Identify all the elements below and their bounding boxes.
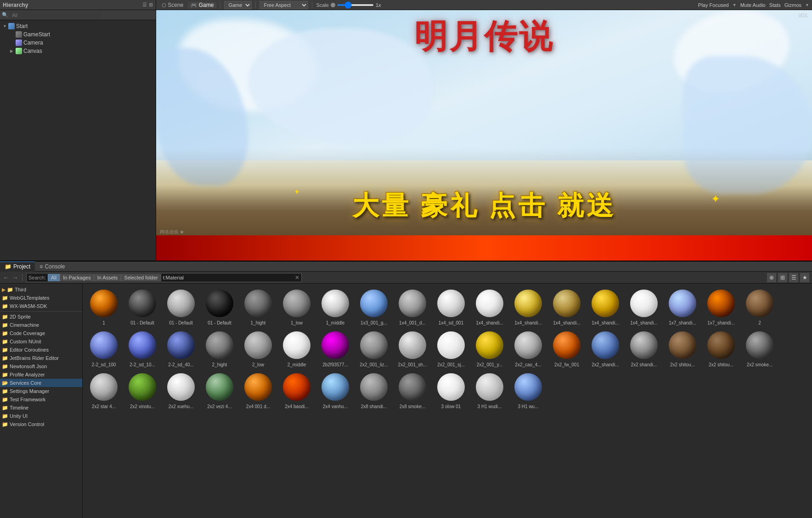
asset-item-38[interactable]: 2x2 xuehu... (163, 370, 199, 410)
sidebar-item-codecoverage[interactable]: 📁 Code Coverage (0, 329, 82, 337)
columns-btn[interactable]: ⊞ (778, 273, 787, 282)
asset-item-14[interactable]: 1x4_shandi... (626, 286, 662, 326)
folder-icon: 📁 (2, 413, 8, 419)
asset-item-13[interactable]: 1x4_shandi... (587, 286, 624, 326)
sidebar-item-2dsprite[interactable]: 📁 2D Sprite (0, 313, 82, 321)
tab-console[interactable]: ≡ Console (35, 262, 69, 272)
play-focused-btn[interactable]: Play Focused (698, 2, 729, 8)
play-focused-dropdown[interactable]: ▼ (733, 3, 737, 7)
asset-item-24[interactable]: 2b2f93577... (317, 328, 354, 368)
asset-item-44[interactable]: 2x8 smoke... (394, 370, 431, 410)
sidebar-item-servicescore[interactable]: 📂 Services Core (0, 379, 82, 387)
asset-item-11[interactable]: 1x4_shandi... (510, 286, 547, 326)
asset-item-41[interactable]: 2x4 baodi... (278, 370, 315, 410)
search-packages-btn[interactable]: In Packages (60, 274, 94, 281)
game-viewport[interactable]: 明月传说 试玩 大量 豪礼 点击 就送 网络游 (156, 10, 812, 261)
asset-item-45[interactable]: 3 olow 01 (433, 370, 469, 410)
asset-item-40[interactable]: 2x4 001 d... (240, 370, 276, 410)
asset-item-0[interactable]: 1 (85, 286, 122, 326)
asset-item-46[interactable]: 3 H1 wudi... (471, 370, 508, 410)
sidebar-item-versioncontrol[interactable]: 📁 Version Control (0, 420, 82, 428)
asset-item-37[interactable]: 2x2 xinotu... (124, 370, 161, 410)
hierarchy-expand-icon[interactable]: ⊞ (149, 2, 153, 8)
aspect-dropdown[interactable]: Free Aspect (259, 1, 308, 9)
tree-item-start[interactable]: ▼ Start (0, 22, 156, 30)
asset-item-39[interactable]: 2x2 vezi 4... (201, 370, 238, 410)
search-assets-btn[interactable]: In Assets (94, 274, 121, 281)
asset-item-19[interactable]: 2-2_sd_10... (124, 328, 161, 368)
asset-item-17[interactable]: 2 (741, 286, 778, 326)
asset-item-4[interactable]: 1_hight (240, 286, 276, 326)
asset-item-42[interactable]: 2x4 vanhu... (317, 370, 354, 410)
game-dropdown[interactable]: Game (224, 1, 252, 9)
asset-item-43[interactable]: 2x8 shandi... (355, 370, 392, 410)
sidebar-item-wx[interactable]: 📁 WX-WASM-SDK (0, 302, 82, 310)
asset-item-8[interactable]: 1x4_001_d... (394, 286, 431, 326)
asset-item-25[interactable]: 2x2_001_liz... (355, 328, 392, 368)
hierarchy-search-input[interactable] (10, 12, 102, 18)
sidebar-item-testframework[interactable]: 📁 Test Framework (0, 395, 82, 404)
sidebar-item-newtonsoft[interactable]: 📁 Newtonsoft Json (0, 362, 82, 370)
tab-project[interactable]: 📁 Project (0, 262, 35, 272)
asset-item-2[interactable]: 01 - Default (163, 286, 199, 326)
mute-audio-btn[interactable]: Mute Audio (740, 2, 766, 8)
asset-item-29[interactable]: 2x2_cao_4... (510, 328, 547, 368)
hierarchy-menu-icon[interactable]: ☰ (142, 2, 147, 8)
asset-item-21[interactable]: 2_hight (201, 328, 238, 368)
save-search-btn[interactable]: ⊕ (767, 273, 776, 282)
asset-item-16[interactable]: 1x7_shandi... (703, 286, 739, 326)
sidebar-item-profileanalyzer[interactable]: 📁 Profile Analyzer (0, 370, 82, 379)
asset-item-6[interactable]: 1_middle (317, 286, 354, 326)
sidebar-item-unityui[interactable]: 📁 Unity UI (0, 412, 82, 420)
stats-btn[interactable]: Stats (769, 2, 781, 8)
hierarchy-controls: ☰ ⊞ (142, 2, 153, 8)
asset-item-15[interactable]: 1x7_shandi... (664, 286, 701, 326)
asset-item-10[interactable]: 1x4_shandi... (471, 286, 508, 326)
gizmos-dropdown[interactable]: ▼ (805, 3, 809, 7)
sidebar-item-cinemachine[interactable]: 📁 Cinemachine (0, 321, 82, 329)
search-all-btn[interactable]: All (48, 274, 60, 281)
asset-item-27[interactable]: 2x2_001_sj... (433, 328, 469, 368)
asset-item-7[interactable]: 1x3_001_g... (355, 286, 392, 326)
search-clear-icon[interactable]: ✕ (295, 274, 299, 281)
asset-item-47[interactable]: 3 H1 wu... (510, 370, 547, 410)
asset-item-26[interactable]: 2x2_001_sh... (394, 328, 431, 368)
sidebar-item-jetbrains[interactable]: 📁 JetBrains Rider Editor (0, 354, 82, 362)
filter-btn[interactable]: ☰ (789, 273, 798, 282)
star-btn[interactable]: ★ (800, 273, 809, 282)
scale-slider[interactable] (337, 4, 374, 6)
asset-item-5[interactable]: 1_low (278, 286, 315, 326)
scene-tab[interactable]: ⬡ Scene (159, 2, 186, 8)
back-icon[interactable]: ← (3, 274, 9, 281)
asset-item-34[interactable]: 2x2 shitou... (703, 328, 739, 368)
asset-item-36[interactable]: 2x2 star 4... (85, 370, 122, 410)
tree-item-canvas[interactable]: ▶ Canvas (0, 47, 156, 55)
asset-item-32[interactable]: 2x2 shandi... (626, 328, 662, 368)
asset-item-28[interactable]: 2x2_001_y... (471, 328, 508, 368)
game-tab[interactable]: 🎮 Game (188, 2, 216, 8)
tree-item-camera[interactable]: Camera (0, 39, 156, 47)
asset-item-12[interactable]: 1x4_shandi... (548, 286, 585, 326)
tree-item-gamestart[interactable]: GameStart (0, 30, 156, 39)
sidebar-item-customnunit[interactable]: 📁 Custom NUnit (0, 337, 82, 346)
sidebar-item-timeline[interactable]: 📁 Timeline (0, 404, 82, 412)
search-input[interactable] (161, 275, 295, 280)
asset-item-35[interactable]: 2x2 smoke... (741, 328, 778, 368)
forward-icon[interactable]: → (12, 274, 18, 281)
sidebar-item-webgl[interactable]: 📁 WebGLTemplates (0, 294, 82, 302)
gizmos-btn[interactable]: Gizmos (784, 2, 801, 8)
asset-item-3[interactable]: 01 - Default (201, 286, 238, 326)
sidebar-item-settingsmanager[interactable]: 📁 Settings Manager (0, 387, 82, 395)
search-folder-btn[interactable]: Selected folder (121, 274, 161, 281)
asset-item-33[interactable]: 2x2 shitou... (664, 328, 701, 368)
asset-item-1[interactable]: 01 - Default (124, 286, 161, 326)
asset-item-23[interactable]: 2_middle (278, 328, 315, 368)
asset-item-30[interactable]: 2x2_fw_001 (548, 328, 585, 368)
asset-item-22[interactable]: 2_low (240, 328, 276, 368)
sidebar-item-editorcoroutines[interactable]: 📁 Editor Coroutines (0, 346, 82, 354)
sidebar-item-third[interactable]: ▶ 📁 Third (0, 285, 82, 294)
asset-item-18[interactable]: 2-2_sd_100 (85, 328, 122, 368)
asset-item-31[interactable]: 2x2_shandi... (587, 328, 624, 368)
asset-item-20[interactable]: 2-2_sd_40... (163, 328, 199, 368)
asset-item-9[interactable]: 1x4_sd_001 (433, 286, 469, 326)
